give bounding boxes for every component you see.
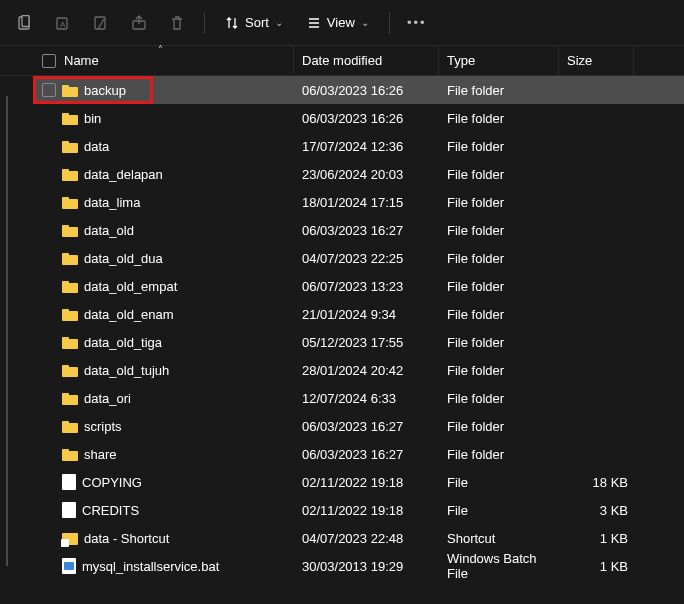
item-type: File folder (439, 167, 559, 182)
item-type: File folder (439, 83, 559, 98)
item-name: mysql_installservice.bat (82, 559, 219, 574)
table-row[interactable]: data_old_tiga05/12/2023 17:55File folder (34, 328, 684, 356)
table-row[interactable]: data_ori12/07/2024 6:33File folder (34, 384, 684, 412)
table-row[interactable]: backup06/03/2023 16:26File folder (34, 76, 684, 104)
item-name: data_old (84, 223, 134, 238)
item-date: 23/06/2024 20:03 (294, 167, 439, 182)
toolbar: A Sort ⌄ View ⌄ ••• (0, 0, 684, 46)
item-type: Shortcut (439, 531, 559, 546)
item-type: File folder (439, 279, 559, 294)
item-type: File folder (439, 195, 559, 210)
item-name: data_old_dua (84, 251, 163, 266)
item-name: CREDITS (82, 503, 139, 518)
column-header-type[interactable]: Type (439, 46, 559, 75)
folder-icon (62, 111, 78, 125)
svg-text:A: A (60, 20, 66, 29)
table-row[interactable]: data_old06/03/2023 16:27File folder (34, 216, 684, 244)
column-name-label: Name (64, 53, 99, 68)
view-button[interactable]: View ⌄ (297, 6, 379, 40)
item-date: 05/12/2023 17:55 (294, 335, 439, 350)
file-icon (62, 474, 76, 490)
item-type: File folder (439, 447, 559, 462)
item-type: File folder (439, 391, 559, 406)
item-date: 06/03/2023 16:26 (294, 111, 439, 126)
item-name: data - Shortcut (84, 531, 169, 546)
column-header-size[interactable]: Size (559, 46, 634, 75)
item-date: 04/07/2023 22:48 (294, 531, 439, 546)
scrollbar[interactable] (6, 96, 8, 566)
sort-label: Sort (245, 15, 269, 30)
table-row[interactable]: share06/03/2023 16:27File folder (34, 440, 684, 468)
sort-indicator-icon: ˄ (158, 44, 163, 55)
table-row[interactable]: data17/07/2024 12:36File folder (34, 132, 684, 160)
table-row[interactable]: data_old_dua04/07/2023 22:25File folder (34, 244, 684, 272)
table-row[interactable]: COPYING02/11/2022 19:18File18 KB (34, 468, 684, 496)
toolbar-separator (204, 12, 205, 34)
column-header-date[interactable]: Date modified (294, 46, 439, 75)
rename-button[interactable] (84, 6, 118, 40)
table-row[interactable]: data_delapan23/06/2024 20:03File folder (34, 160, 684, 188)
file-list: backup06/03/2023 16:26File folderbin06/0… (0, 76, 684, 580)
item-date: 06/03/2023 16:26 (294, 83, 439, 98)
folder-icon (62, 167, 78, 181)
folder-icon (62, 335, 78, 349)
item-date: 06/03/2023 16:27 (294, 419, 439, 434)
cut-button[interactable] (8, 6, 42, 40)
copy-button[interactable]: A (46, 6, 80, 40)
item-type: File (439, 503, 559, 518)
chevron-down-icon: ⌄ (275, 17, 283, 28)
column-type-label: Type (447, 53, 475, 68)
item-name: bin (84, 111, 101, 126)
item-date: 18/01/2024 17:15 (294, 195, 439, 210)
item-name: data_old_tujuh (84, 363, 169, 378)
item-date: 02/11/2022 19:18 (294, 503, 439, 518)
item-date: 06/03/2023 16:27 (294, 223, 439, 238)
item-name: data_old_tiga (84, 335, 162, 350)
item-date: 21/01/2024 9:34 (294, 307, 439, 322)
table-row[interactable]: scripts06/03/2023 16:27File folder (34, 412, 684, 440)
item-type: Windows Batch File (439, 551, 559, 581)
item-name: share (84, 447, 117, 462)
item-size: 1 KB (559, 531, 634, 546)
table-row[interactable]: CREDITS02/11/2022 19:18File3 KB (34, 496, 684, 524)
table-row[interactable]: data_old_tujuh28/01/2024 20:42File folde… (34, 356, 684, 384)
item-name: COPYING (82, 475, 142, 490)
folder-icon (62, 447, 78, 461)
row-checkbox[interactable] (42, 83, 56, 97)
view-label: View (327, 15, 355, 30)
table-row[interactable]: mysql_installservice.bat30/03/2013 19:29… (34, 552, 684, 580)
item-date: 28/01/2024 20:42 (294, 363, 439, 378)
item-name: data_delapan (84, 167, 163, 182)
shortcut-icon (62, 531, 78, 545)
item-type: File folder (439, 363, 559, 378)
column-header-name[interactable]: Name (34, 46, 294, 75)
item-size: 3 KB (559, 503, 634, 518)
sort-button[interactable]: Sort ⌄ (215, 6, 293, 40)
table-row[interactable]: bin06/03/2023 16:26File folder (34, 104, 684, 132)
item-type: File folder (439, 335, 559, 350)
item-date: 02/11/2022 19:18 (294, 475, 439, 490)
table-row[interactable]: data_old_empat06/07/2023 13:23File folde… (34, 272, 684, 300)
item-type: File folder (439, 139, 559, 154)
bat-icon (62, 558, 76, 574)
item-date: 12/07/2024 6:33 (294, 391, 439, 406)
more-button[interactable]: ••• (400, 6, 434, 40)
ellipsis-icon: ••• (407, 15, 427, 30)
column-date-label: Date modified (302, 53, 382, 68)
item-name: data (84, 139, 109, 154)
select-all-checkbox[interactable] (42, 54, 56, 68)
toolbar-separator (389, 12, 390, 34)
share-button[interactable] (122, 6, 156, 40)
table-row[interactable]: data_lima18/01/2024 17:15File folder (34, 188, 684, 216)
item-name: data_ori (84, 391, 131, 406)
delete-button[interactable] (160, 6, 194, 40)
chevron-down-icon: ⌄ (361, 17, 369, 28)
table-row[interactable]: data - Shortcut04/07/2023 22:48Shortcut1… (34, 524, 684, 552)
item-name: scripts (84, 419, 122, 434)
table-row[interactable]: data_old_enam21/01/2024 9:34File folder (34, 300, 684, 328)
folder-icon (62, 363, 78, 377)
item-type: File folder (439, 223, 559, 238)
folder-icon (62, 419, 78, 433)
item-type: File folder (439, 307, 559, 322)
item-date: 17/07/2024 12:36 (294, 139, 439, 154)
